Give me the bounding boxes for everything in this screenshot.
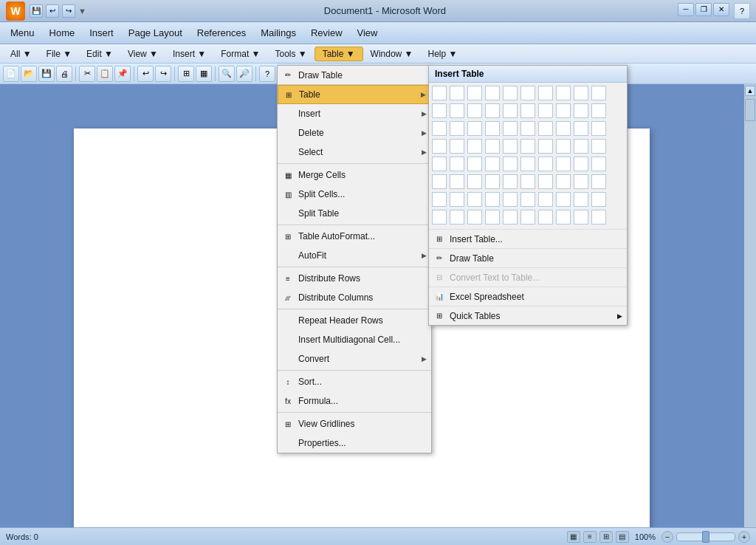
grid-cell-7-1[interactable]: [450, 210, 464, 224]
merge-cells-item[interactable]: ▦ Merge Cells: [278, 165, 431, 185]
grid-cell-1-8[interactable]: [574, 103, 588, 118]
delete-item[interactable]: Delete: [278, 123, 431, 143]
grid-cell-6-9[interactable]: [591, 192, 606, 207]
grid-cell-0-0[interactable]: [432, 86, 447, 100]
grid-cell-2-4[interactable]: [503, 121, 518, 136]
menu-view[interactable]: View ▼: [120, 47, 165, 61]
zoom-slider[interactable]: [676, 532, 735, 541]
scroll-up-button[interactable]: ▲: [745, 86, 755, 96]
grid-cell-3-4[interactable]: [503, 139, 518, 154]
redo-button[interactable]: ↪: [62, 4, 75, 18]
ribbon-tab-insert[interactable]: Insert: [82, 24, 121, 41]
ribbon-tab-references[interactable]: References: [190, 24, 253, 41]
repeat-header-item[interactable]: Repeat Header Rows: [278, 311, 431, 330]
grid-cell-7-8[interactable]: [574, 210, 588, 224]
grid-cell-2-5[interactable]: [520, 121, 535, 136]
restore-button[interactable]: ❐: [695, 3, 712, 16]
grid-cell-1-9[interactable]: [591, 103, 606, 118]
grid-cell-7-6[interactable]: [538, 210, 553, 224]
grid-cell-3-6[interactable]: [538, 139, 553, 154]
grid-cell-2-9[interactable]: [591, 121, 606, 136]
grid-cell-5-0[interactable]: [432, 174, 447, 189]
grid-cell-1-6[interactable]: [538, 103, 553, 118]
grid-cell-7-0[interactable]: [432, 210, 447, 224]
menu-file[interactable]: File ▼: [39, 47, 80, 61]
sort-item[interactable]: ↕ Sort...: [278, 372, 431, 391]
undo-button[interactable]: ↩: [46, 4, 59, 18]
help-tb-button[interactable]: ?: [259, 66, 275, 82]
quick-tables-btn[interactable]: ⊞ Quick Tables: [429, 306, 627, 325]
grid-cell-6-0[interactable]: [432, 192, 447, 207]
zoom-out-button[interactable]: 🔎: [236, 66, 252, 82]
grid-cell-1-3[interactable]: [485, 103, 500, 118]
grid-cell-2-7[interactable]: [556, 121, 571, 136]
grid-cell-6-4[interactable]: [503, 192, 518, 207]
grid-cell-6-2[interactable]: [467, 192, 482, 207]
menu-insert[interactable]: Insert ▼: [165, 47, 213, 61]
excel-spreadsheet-btn[interactable]: 📊 Excel Spreadsheet: [429, 287, 627, 306]
split-cells-item[interactable]: ▥ Split Cells...: [278, 185, 431, 204]
view-mode-btn3[interactable]: ⊞: [599, 531, 613, 543]
zoom-in-status-btn[interactable]: +: [738, 531, 750, 543]
grid-cell-7-3[interactable]: [485, 210, 500, 224]
zoom-in-button[interactable]: 🔍: [219, 66, 235, 82]
grid-cell-2-3[interactable]: [485, 121, 500, 136]
menu-all[interactable]: All ▼: [3, 47, 39, 61]
grid-cell-0-8[interactable]: [574, 86, 588, 100]
grid-cell-1-2[interactable]: [467, 103, 482, 118]
view-mode-btn1[interactable]: ▦: [567, 531, 580, 543]
print-button[interactable]: 🖨: [56, 66, 72, 82]
grid-cell-5-1[interactable]: [450, 174, 464, 189]
view-mode-btn2[interactable]: ≡: [583, 531, 597, 543]
grid-cell-5-8[interactable]: [574, 174, 588, 189]
draw-table-item[interactable]: ✏ Draw Table: [278, 66, 431, 85]
grid-cell-3-0[interactable]: [432, 139, 447, 154]
grid-cell-7-9[interactable]: [591, 210, 606, 224]
view-mode-btn4[interactable]: ▤: [616, 531, 629, 543]
grid-cell-5-7[interactable]: [556, 174, 571, 189]
menu-help[interactable]: Help ▼: [420, 47, 464, 61]
grid-cell-0-1[interactable]: [450, 86, 464, 100]
insert-table-btn[interactable]: ⊞ Insert Table...: [429, 229, 627, 248]
grid-cell-7-2[interactable]: [467, 210, 482, 224]
grid-cell-6-7[interactable]: [556, 192, 571, 207]
paste-button[interactable]: 📌: [114, 66, 131, 82]
distribute-columns-item[interactable]: ⫻ Distribute Columns: [278, 288, 431, 307]
grid-cell-2-6[interactable]: [538, 121, 553, 136]
grid-cell-3-7[interactable]: [556, 139, 571, 154]
grid-cell-3-9[interactable]: [591, 139, 606, 154]
ribbon-tab-mailings[interactable]: Mailings: [253, 24, 303, 41]
table-autoformat-item[interactable]: ⊞ Table AutoFormat...: [278, 227, 431, 246]
grid-cell-5-6[interactable]: [538, 174, 553, 189]
grid-cell-0-6[interactable]: [538, 86, 553, 100]
draw-table-sub-btn[interactable]: ✏ Draw Table: [429, 248, 627, 267]
grid-cell-2-8[interactable]: [574, 121, 588, 136]
grid-cell-3-8[interactable]: [574, 139, 588, 154]
ribbon-tab-pagelayout[interactable]: Page Layout: [121, 24, 190, 41]
zoom-thumb[interactable]: [702, 531, 709, 543]
grid-cell-1-7[interactable]: [556, 103, 571, 118]
menu-table[interactable]: Table ▼: [315, 47, 363, 61]
open-button[interactable]: 📂: [21, 66, 37, 82]
table-icon-button[interactable]: ⊞: [178, 66, 194, 82]
grid-cell-7-4[interactable]: [503, 210, 518, 224]
grid-cell-0-2[interactable]: [467, 86, 482, 100]
grid-cell-3-5[interactable]: [520, 139, 535, 154]
grid-cell-6-6[interactable]: [538, 192, 553, 207]
menu-format[interactable]: Format ▼: [213, 47, 267, 61]
grid-cell-4-5[interactable]: [520, 157, 535, 171]
grid-cell-7-5[interactable]: [520, 210, 535, 224]
copy-button[interactable]: 📋: [97, 66, 113, 82]
table-grid[interactable]: [429, 83, 627, 229]
grid-cell-4-8[interactable]: [574, 157, 588, 171]
grid-cell-2-2[interactable]: [467, 121, 482, 136]
grid-cell-6-1[interactable]: [450, 192, 464, 207]
grid-cell-2-1[interactable]: [450, 121, 464, 136]
save-button[interactable]: 💾: [30, 4, 43, 18]
grid-cell-3-2[interactable]: [467, 139, 482, 154]
grid-cell-4-2[interactable]: [467, 157, 482, 171]
grid-cell-0-4[interactable]: [503, 86, 518, 100]
grid-cell-1-1[interactable]: [450, 103, 464, 118]
multidiagonal-item[interactable]: Insert Multidiagonal Cell...: [278, 330, 431, 349]
split-table-item[interactable]: Split Table: [278, 204, 431, 223]
